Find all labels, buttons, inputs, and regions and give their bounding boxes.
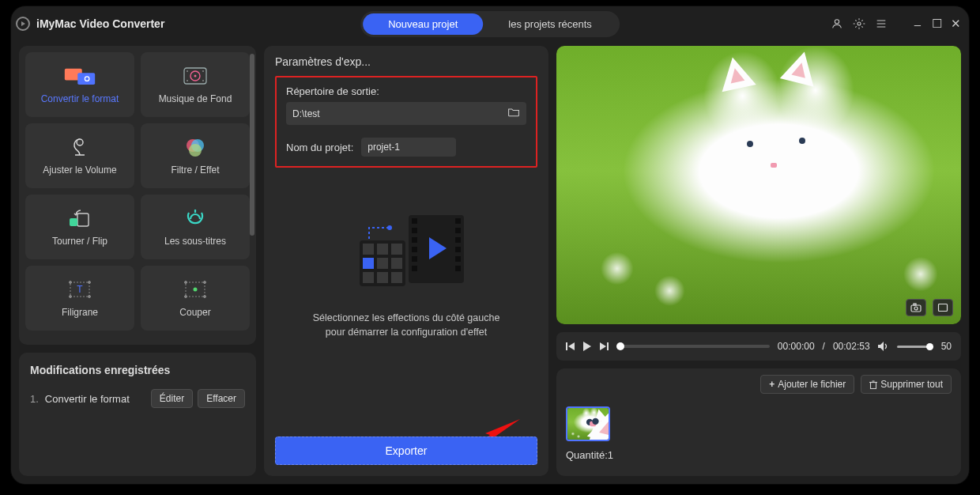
center-title: Paramètres d'exp... [275, 55, 537, 68]
tab-new-project[interactable]: Nouveau projet [363, 13, 483, 35]
mod-number: 1. [30, 393, 39, 405]
window-close[interactable]: ✕ [950, 17, 961, 31]
titlebar: iMyMac Video Converter Nouveau projet le… [11, 6, 969, 41]
svg-rect-56 [363, 258, 374, 269]
account-icon[interactable] [830, 17, 844, 31]
edit-button[interactable]: Éditer [151, 389, 193, 408]
folder-icon[interactable] [507, 107, 520, 120]
svg-point-31 [204, 282, 206, 284]
fullscreen-button[interactable] [933, 299, 953, 316]
svg-rect-53 [363, 272, 374, 283]
svg-text:T: T [77, 284, 83, 295]
export-button[interactable]: Exporter [275, 436, 537, 465]
tab-recent-projects[interactable]: les projets récents [483, 13, 617, 35]
tool-watermark[interactable]: T Filigrane [25, 266, 134, 331]
tool-grid: Convertir le format Musique de Fond Ajus… [25, 52, 250, 331]
rotate-icon [63, 207, 96, 229]
empty-state-graphic [275, 202, 537, 305]
delete-all-button[interactable]: Supprimer tout [861, 375, 952, 394]
svg-rect-19 [77, 213, 89, 226]
app-title: iMyMac Video Converter [36, 17, 164, 30]
progress-bar[interactable] [616, 345, 770, 348]
menu-icon[interactable] [874, 17, 888, 31]
svg-point-32 [185, 296, 187, 298]
svg-rect-43 [455, 237, 461, 243]
tool-filter-effect[interactable]: Filtre / Effet [141, 123, 250, 188]
time-current: 00:00:00 [778, 341, 815, 352]
svg-point-27 [89, 296, 91, 298]
next-button[interactable] [599, 342, 609, 351]
svg-point-30 [185, 282, 187, 284]
titlebar-right: – ☐ ✕ [830, 17, 961, 31]
snapshot-button[interactable] [906, 299, 926, 316]
add-file-button[interactable]: +Ajouter le fichier [760, 375, 854, 394]
prev-button[interactable] [566, 342, 575, 351]
tool-cut[interactable]: Couper [141, 266, 250, 331]
svg-rect-37 [412, 237, 417, 243]
svg-rect-51 [377, 258, 388, 269]
play-button[interactable] [583, 342, 591, 351]
clear-button[interactable]: Effacer [198, 389, 245, 408]
svg-rect-42 [455, 228, 461, 233]
svg-rect-69 [871, 382, 876, 388]
tool-panel: Convertir le format Musique de Fond Ajus… [19, 46, 256, 345]
tool-rotate-flip[interactable]: Tourner / Flip [25, 195, 134, 259]
svg-rect-20 [70, 218, 77, 226]
svg-point-14 [202, 80, 204, 81]
tool-label: Filigrane [62, 307, 98, 318]
svg-rect-44 [455, 247, 461, 252]
svg-rect-46 [455, 266, 461, 271]
svg-marker-68 [878, 342, 884, 351]
svg-point-12 [202, 70, 204, 72]
convert-icon [63, 65, 96, 87]
svg-rect-49 [377, 244, 388, 255]
svg-rect-41 [455, 218, 461, 224]
video-preview[interactable] [556, 46, 961, 324]
svg-rect-50 [391, 244, 402, 255]
tool-label: Les sous-titres [164, 236, 226, 247]
project-name-row: Nom du projet: [286, 138, 526, 157]
file-thumbnail[interactable] [566, 406, 610, 441]
svg-rect-55 [391, 272, 402, 283]
mod-label: Convertir le format [45, 393, 130, 405]
tool-subtitles[interactable]: Les sous-titres [141, 195, 250, 259]
svg-point-57 [387, 225, 392, 230]
filter-icon [179, 136, 212, 158]
volume-icon[interactable] [878, 342, 889, 351]
output-dir-field[interactable]: D:\test [286, 102, 526, 125]
svg-rect-36 [412, 228, 417, 233]
cut-icon [179, 278, 212, 300]
player-bar: 00:00:00 / 00:02:53 50 [556, 332, 961, 361]
svg-rect-38 [412, 247, 417, 252]
project-name-label: Nom du projet: [286, 142, 353, 153]
tab-switcher: Nouveau projet les projets récents [360, 11, 620, 37]
svg-point-10 [194, 75, 197, 77]
svg-rect-35 [412, 218, 417, 224]
volume-value: 50 [941, 341, 952, 352]
project-name-input[interactable] [361, 138, 456, 157]
window-minimize[interactable]: – [912, 17, 923, 31]
svg-point-15 [77, 139, 83, 145]
volume-icon [63, 136, 96, 158]
svg-rect-52 [391, 258, 402, 269]
right-column: 00:00:00 / 00:02:53 50 +Ajouter le fichi… [556, 46, 961, 476]
tool-convert-format[interactable]: Convertir le format [25, 52, 134, 117]
tool-background-music[interactable]: Musique de Fond [141, 52, 250, 117]
tool-adjust-volume[interactable]: Ajuster le Volume [25, 123, 134, 188]
gear-icon[interactable] [852, 17, 866, 31]
svg-rect-54 [377, 272, 388, 283]
svg-rect-40 [412, 266, 417, 271]
svg-point-18 [189, 144, 202, 157]
volume-slider[interactable] [897, 346, 933, 348]
output-dir-value: D:\test [292, 108, 320, 119]
window-maximize[interactable]: ☐ [931, 17, 942, 31]
svg-point-1 [858, 22, 861, 25]
tool-label: Filtre / Effet [171, 164, 219, 176]
quantity-label: Quantité:1 [566, 449, 952, 461]
svg-rect-62 [939, 304, 948, 312]
time-duration: 00:02:53 [833, 341, 870, 352]
tool-label: Ajuster le Volume [43, 164, 116, 176]
tool-scrollbar[interactable] [250, 54, 254, 236]
svg-marker-64 [568, 342, 575, 350]
svg-point-33 [204, 296, 206, 298]
